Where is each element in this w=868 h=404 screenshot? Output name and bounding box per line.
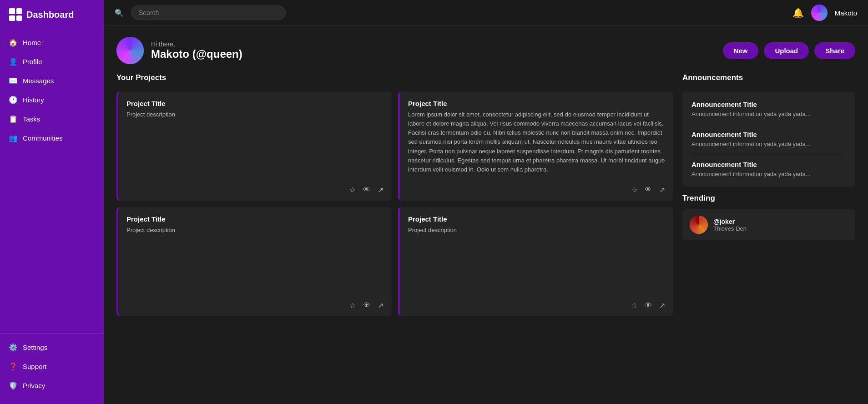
sidebar-bottom: ⚙️ Settings ❓ Support 🛡️ Privacy <box>0 333 104 404</box>
announcement-2-title: Announcement Title <box>691 131 846 138</box>
settings-icon: ⚙️ <box>9 343 17 351</box>
announcement-item-1: Announcement Title Announcement informat… <box>691 101 846 124</box>
star-icon[interactable]: ☆ <box>349 186 356 194</box>
announcement-3-text: Announcement information yada yada yada.… <box>691 171 846 177</box>
communities-icon: 👥 <box>9 134 17 142</box>
trending-name-1: Thieves Den <box>713 225 747 232</box>
privacy-icon: 🛡️ <box>9 381 17 389</box>
project-card-1: Project Title Project description ☆ 👁 ↗ <box>116 91 392 201</box>
user-name: Makoto <box>835 9 857 17</box>
trending-title: Trending <box>682 194 855 203</box>
project-card-3: Project Title Project description ☆ 👁 ↗ <box>116 207 392 316</box>
search-icon: 🔍 <box>115 9 124 17</box>
avatar <box>811 5 828 21</box>
projects-section-title: Your Projects <box>116 73 673 82</box>
project-card-1-actions: ☆ 👁 ↗ <box>126 186 384 194</box>
home-icon: 🏠 <box>9 38 17 46</box>
share-button[interactable]: Share <box>814 42 855 59</box>
sidebar-item-settings-label: Settings <box>23 343 47 351</box>
project-card-4-title: Project Title <box>408 215 665 223</box>
share-icon[interactable]: ↗ <box>378 186 384 194</box>
sidebar-item-messages-label: Messages <box>23 77 54 85</box>
notification-icon[interactable]: 🔔 <box>792 7 804 18</box>
project-card-4-desc: Project description <box>408 226 665 296</box>
sidebar: Dashboard 🏠 Home 👤 Profile ✉️ Messages 🕐… <box>0 0 104 404</box>
sidebar-item-history-label: History <box>23 96 44 104</box>
project-card-4-actions: ☆ 👁 ↗ <box>408 301 665 310</box>
search-input[interactable] <box>131 5 286 20</box>
star-icon[interactable]: ☆ <box>631 186 637 194</box>
sidebar-item-tasks-label: Tasks <box>23 115 40 123</box>
trending-avatar-1 <box>690 216 708 234</box>
support-icon: ❓ <box>9 362 17 370</box>
project-card-4: Project Title Project description ☆ 👁 ↗ <box>398 207 673 316</box>
greeting: Hi there, <box>151 40 242 48</box>
sidebar-item-messages[interactable]: ✉️ Messages <box>0 71 104 90</box>
announcement-item-2: Announcement Title Announcement informat… <box>691 124 846 154</box>
username: Makoto (@queen) <box>151 48 242 61</box>
tasks-icon: 📋 <box>9 115 17 123</box>
star-icon[interactable]: ☆ <box>631 301 637 310</box>
profile-avatar <box>116 37 144 64</box>
history-icon: 🕐 <box>9 96 17 104</box>
announcement-2-text: Announcement information yada yada yada.… <box>691 141 846 147</box>
project-card-3-title: Project Title <box>126 215 384 223</box>
upload-button[interactable]: Upload <box>764 42 809 59</box>
trending-card-1[interactable]: @joker Thieves Den <box>682 209 855 240</box>
project-card-2-title: Project Title <box>408 100 665 107</box>
share-icon[interactable]: ↗ <box>659 301 665 310</box>
sidebar-item-support[interactable]: ❓ Support <box>0 357 104 376</box>
sidebar-item-home-label: Home <box>23 39 41 46</box>
sidebar-item-settings[interactable]: ⚙️ Settings <box>0 338 104 357</box>
sidebar-item-support-label: Support <box>23 363 47 370</box>
header-actions: New Upload Share <box>723 42 855 59</box>
topbar: 🔍 🔔 Makoto <box>104 0 868 26</box>
messages-icon: ✉️ <box>9 76 17 85</box>
dashboard-logo-icon <box>9 8 22 21</box>
sidebar-item-history[interactable]: 🕐 History <box>0 90 104 109</box>
sidebar-item-communities[interactable]: 👥 Communities <box>0 128 104 147</box>
profile-icon: 👤 <box>9 57 17 66</box>
project-card-3-desc: Project description <box>126 226 384 296</box>
two-col-layout: Your Projects Project Title Project desc… <box>116 73 855 393</box>
content: Hi there, Makoto (@queen) New Upload Sha… <box>104 26 868 404</box>
sidebar-logo-text: Dashboard <box>26 10 74 20</box>
sidebar-item-privacy[interactable]: 🛡️ Privacy <box>0 376 104 395</box>
project-card-1-desc: Project description <box>126 110 384 180</box>
sidebar-item-home[interactable]: 🏠 Home <box>0 33 104 52</box>
eye-icon[interactable]: 👁 <box>363 301 370 310</box>
projects-section: Your Projects Project Title Project desc… <box>116 73 673 393</box>
announcement-1-title: Announcement Title <box>691 101 846 108</box>
sidebar-item-tasks[interactable]: 📋 Tasks <box>0 109 104 128</box>
project-card-2-desc: Lorem ipsum dolor sit amet, consectetur … <box>408 110 665 180</box>
share-icon[interactable]: ↗ <box>659 186 665 194</box>
eye-icon[interactable]: 👁 <box>645 186 652 194</box>
profile-text: Hi there, Makoto (@queen) <box>151 40 242 61</box>
sidebar-item-profile-label: Profile <box>23 58 42 66</box>
projects-grid: Project Title Project description ☆ 👁 ↗ … <box>116 91 673 316</box>
trending-handle-1: @joker <box>713 218 747 225</box>
project-card-1-title: Project Title <box>126 100 384 107</box>
project-card-2: Project Title Lorem ipsum dolor sit amet… <box>398 91 673 201</box>
star-icon[interactable]: ☆ <box>349 301 356 310</box>
eye-icon[interactable]: 👁 <box>363 186 370 194</box>
project-card-3-actions: ☆ 👁 ↗ <box>126 301 384 310</box>
new-button[interactable]: New <box>723 42 759 59</box>
project-card-2-actions: ☆ 👁 ↗ <box>408 186 665 194</box>
share-icon[interactable]: ↗ <box>378 301 384 310</box>
sidebar-nav: 🏠 Home 👤 Profile ✉️ Messages 🕐 History 📋… <box>0 29 104 333</box>
trending-info-1: @joker Thieves Den <box>713 218 747 232</box>
announcement-1-text: Announcement information yada yada yada.… <box>691 111 846 117</box>
announcements-box: Announcement Title Announcement informat… <box>682 91 855 187</box>
announcements-section: Announcements Announcement Title Announc… <box>682 73 855 393</box>
eye-icon[interactable]: 👁 <box>645 301 652 310</box>
announcement-3-title: Announcement Title <box>691 161 846 168</box>
sidebar-item-privacy-label: Privacy <box>23 382 45 389</box>
sidebar-logo: Dashboard <box>0 0 104 29</box>
announcement-item-3: Announcement Title Announcement informat… <box>691 154 846 177</box>
trending-section: Trending @joker Thieves Den <box>682 194 855 240</box>
topbar-right: 🔔 Makoto <box>792 5 857 21</box>
sidebar-item-communities-label: Communities <box>23 134 63 142</box>
sidebar-item-profile[interactable]: 👤 Profile <box>0 52 104 71</box>
main: 🔍 🔔 Makoto Hi there, Makoto (@queen) New… <box>104 0 868 404</box>
